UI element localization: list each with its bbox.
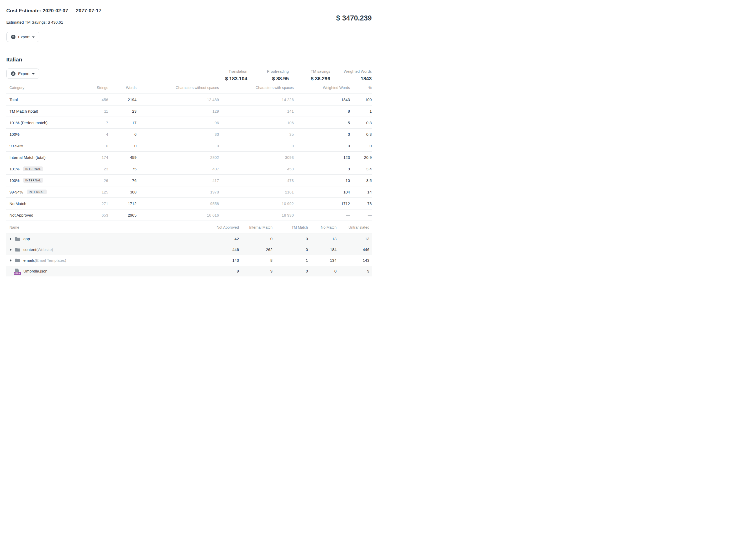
chars-with-spaces-cell: 35 [219, 132, 294, 136]
words-cell: 308 [108, 190, 136, 194]
stat-label: TM savings [296, 69, 330, 74]
file-name-cell: JSONUmbrella.json [6, 268, 190, 274]
stat-proofreading: Proofreading$ 88.95 [255, 69, 289, 82]
tm-match-cell: 0 [272, 269, 308, 273]
folder-icon [15, 236, 20, 242]
percent-cell: 3.5 [350, 178, 372, 183]
category-cell: 100%INTERNAL [6, 178, 80, 183]
file-row[interactable]: emails(Email Templates)14381134143 [6, 255, 372, 266]
file-name-cell: content(Website) [6, 247, 190, 253]
file-row[interactable]: app42001313 [6, 233, 372, 244]
chars-with-spaces-cell: 3093 [219, 155, 294, 160]
not-approved-cell: 446 [190, 247, 239, 252]
folder-icon [15, 258, 20, 263]
internal-match-cell: 9 [239, 269, 272, 273]
column-header: Words [108, 86, 136, 90]
column-header: Characters with spaces [219, 86, 294, 90]
chars-with-spaces-cell: 10 992 [219, 201, 294, 206]
weighted-words-cell: 1712 [294, 201, 350, 206]
file-name: emails [24, 258, 35, 262]
caret-down-icon [32, 37, 35, 38]
words-cell: 6 [108, 132, 136, 136]
category-label: 100% [9, 132, 19, 136]
words-cell: 2194 [108, 97, 136, 102]
file-row[interactable]: content(Website)4462620184446 [6, 244, 372, 255]
column-header: Untranslated [337, 225, 369, 229]
percent-cell: 0.3 [350, 132, 372, 136]
column-header: Strings [80, 86, 108, 90]
chars-without-spaces-cell: 129 [136, 109, 219, 114]
file-name-cell: emails(Email Templates) [6, 258, 190, 263]
column-header: Not Approved [190, 225, 239, 229]
strings-cell: 174 [80, 155, 108, 160]
no-match-cell: 184 [308, 247, 337, 252]
chars-without-spaces-cell: 407 [136, 167, 219, 171]
table-row: Internal Match (total)174459280230931232… [6, 152, 372, 163]
weighted-words-cell: 3 [294, 132, 350, 136]
category-label: TM Match (total) [9, 109, 38, 114]
category-label: 101% [9, 167, 19, 171]
chars-with-spaces-cell: 106 [219, 121, 294, 125]
chars-with-spaces-cell: 473 [219, 178, 294, 183]
category-label: Internal Match (total) [9, 155, 46, 160]
files-table: NameNot ApprovedInternal MatchTM MatchNo… [6, 225, 372, 276]
language-export-button[interactable]: Export [6, 69, 39, 79]
no-match-cell: 134 [308, 258, 337, 262]
strings-cell: 0 [80, 143, 108, 148]
export-button[interactable]: Export [6, 32, 39, 42]
files-table-header: NameNot ApprovedInternal MatchTM MatchNo… [6, 225, 372, 233]
json-file-icon: JSON [15, 268, 20, 274]
strings-cell: 7 [80, 121, 108, 125]
expand-caret-icon[interactable] [10, 238, 11, 240]
stat-tm-savings: TM savings$ 36.296 [296, 69, 330, 82]
stat-weighted-words: Weighted Words1843 [338, 69, 372, 82]
percent-cell: 0.8 [350, 121, 372, 125]
expand-caret-icon[interactable] [10, 248, 11, 251]
chars-without-spaces-cell: 9558 [136, 201, 219, 206]
percent-cell: 0 [350, 143, 372, 148]
table-row: TM Match (total)112312914181 [6, 105, 372, 117]
category-cell: 101% (Perfect match) [6, 121, 80, 125]
column-header: Characters without spaces [136, 86, 219, 90]
file-name: Umbrella.json [24, 269, 47, 273]
category-cell: 101%INTERNAL [6, 166, 80, 171]
percent-cell: 3.4 [350, 167, 372, 171]
chars-without-spaces-cell: 417 [136, 178, 219, 183]
internal-badge: INTERNAL [23, 178, 43, 183]
category-cell: 99-94%INTERNAL [6, 189, 80, 195]
weighted-words-cell: — [294, 213, 350, 217]
weighted-words-cell: 10 [294, 178, 350, 183]
chars-with-spaces-cell: 141 [219, 109, 294, 114]
category-label: 101% (Perfect match) [9, 121, 47, 125]
weighted-words-cell: 0 [294, 143, 350, 148]
untranslated-cell: 13 [337, 237, 369, 241]
column-header: TM Match [272, 225, 308, 229]
column-header: % [350, 86, 372, 90]
strings-cell: 653 [80, 213, 108, 217]
caret-down-icon [32, 73, 35, 75]
chars-without-spaces-cell: 16 616 [136, 213, 219, 217]
export-button-label: Export [18, 72, 30, 76]
no-match-cell: 0 [308, 269, 337, 273]
strings-cell: 23 [80, 167, 108, 171]
file-row[interactable]: JSONUmbrella.json99009 [6, 266, 372, 276]
file-annotation: (Email Templates) [35, 258, 66, 262]
expand-caret-icon[interactable] [10, 259, 11, 262]
table-row: Total456219412 48914 2261843100 [6, 94, 372, 105]
not-approved-cell: 9 [190, 269, 239, 273]
not-approved-cell: 42 [190, 237, 239, 241]
chars-with-spaces-cell: 18 930 [219, 213, 294, 217]
column-header: Name [6, 225, 190, 229]
export-button-label: Export [18, 35, 30, 39]
no-match-cell: 13 [308, 237, 337, 241]
table-row: 99-94%INTERNAL1253081978216110414 [6, 186, 372, 198]
stat-value: $ 36.296 [296, 76, 330, 82]
table-row: 100%INTERNAL2676417473103.5 [6, 175, 372, 186]
words-cell: 1712 [108, 201, 136, 206]
column-header: No Match [308, 225, 337, 229]
tm-match-cell: 0 [272, 247, 308, 252]
file-name: app [24, 237, 30, 241]
chars-with-spaces-cell: 2161 [219, 190, 294, 194]
percent-cell: 20.9 [350, 155, 372, 160]
category-label: 99-94% [9, 143, 23, 148]
